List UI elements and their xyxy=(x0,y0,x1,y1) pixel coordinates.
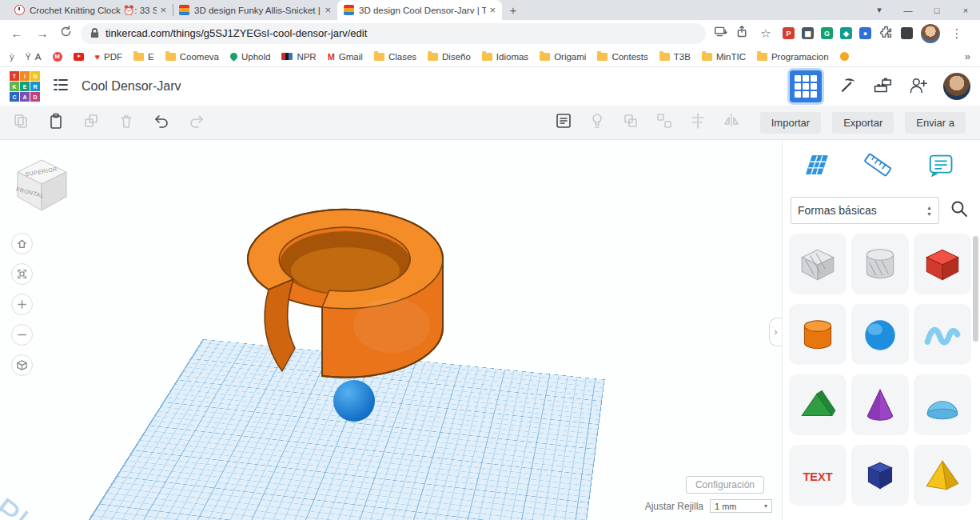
extension-icon[interactable]: P xyxy=(783,27,795,39)
grid-settings-button[interactable]: Configuración xyxy=(686,476,764,494)
toolbar-group-icon[interactable] xyxy=(621,111,640,134)
shape-tile-caja-hueca[interactable] xyxy=(789,234,847,294)
ruler-tool-icon[interactable] xyxy=(862,150,896,186)
tinkercad-logo[interactable]: TINKERCAD xyxy=(10,71,40,102)
tinkercad-profile-avatar[interactable] xyxy=(943,73,970,100)
bookmarks-overflow-chevron[interactable]: » xyxy=(965,50,970,62)
notes-tool-icon[interactable] xyxy=(926,150,959,186)
model-sphere[interactable] xyxy=(333,380,375,422)
toolbar-align-icon[interactable] xyxy=(688,111,707,134)
panel-collapse-handle[interactable]: › xyxy=(769,318,782,346)
shape-tile-caja[interactable] xyxy=(914,234,971,294)
toolbar-button-exportar[interactable]: Exportar xyxy=(832,112,894,134)
close-button[interactable]: × xyxy=(951,6,980,15)
snap-grid-select[interactable]: 1 mm ▾ xyxy=(710,499,772,513)
bookmark-item[interactable]: Programacion xyxy=(757,52,829,62)
shape-tile-techo[interactable] xyxy=(789,374,847,435)
view-cube[interactable]: SUPERIOR FRONTAL xyxy=(8,150,78,220)
browser-tab[interactable]: 3D design Cool Densor-Jarv | Tin× xyxy=(337,0,502,20)
perspective-toggle-button[interactable] xyxy=(11,354,33,376)
puzzle-extensions-icon[interactable] xyxy=(879,25,893,42)
bookmark-item[interactable]: ♥PDF xyxy=(95,52,123,62)
bookmark-item[interactable]: ỳ xyxy=(10,52,14,62)
address-bar[interactable]: tinkercad.com/things/g5SJ1ZYEGsI-cool-de… xyxy=(81,23,706,44)
shape-tile-cono[interactable] xyxy=(851,374,909,435)
toolbar-button-enviar-a[interactable]: Enviar a xyxy=(905,112,966,134)
browser-tab[interactable]: 3D design Funky Allis-Snicket | T× xyxy=(173,0,337,20)
zoom-out-button[interactable] xyxy=(11,324,33,346)
browser-tab[interactable]: Crochet Knitting Clock ⏰: 33 St× xyxy=(8,0,173,20)
extension-icon[interactable]: ● xyxy=(859,27,871,39)
tab-close-icon[interactable]: × xyxy=(325,4,331,16)
design-title[interactable]: Cool Densor-Jarv xyxy=(82,79,181,94)
toolbar-bulb-icon[interactable] xyxy=(588,111,607,134)
tab-close-icon[interactable]: × xyxy=(489,4,496,16)
back-button[interactable]: ← xyxy=(8,26,26,40)
shape-tile-piramide[interactable] xyxy=(914,445,971,506)
shape-tile-esfera[interactable] xyxy=(851,304,909,365)
bookmark-item[interactable] xyxy=(74,53,84,61)
minecraft-pickaxe-icon[interactable] xyxy=(838,75,857,98)
dashboard-grid-button[interactable] xyxy=(790,70,822,102)
forward-button[interactable]: → xyxy=(34,26,51,40)
home-view-button[interactable] xyxy=(11,233,33,254)
toolbar-ungroup-icon[interactable] xyxy=(655,111,674,134)
bookmark-item[interactable]: Contests xyxy=(597,52,647,62)
zoom-in-button[interactable] xyxy=(11,294,33,315)
toolbar-undo-icon[interactable] xyxy=(152,111,171,134)
shape-tile-texto[interactable]: TEXT xyxy=(789,445,847,506)
toolbar-notes-icon[interactable] xyxy=(554,111,573,134)
shape-tile-cilindro[interactable] xyxy=(789,304,847,365)
toolbar-copy-icon[interactable] xyxy=(11,111,30,134)
extension-icon[interactable]: ▦ xyxy=(802,27,814,39)
bookmark-item[interactable]: Uphold xyxy=(230,52,270,62)
extension-icon[interactable]: ◆ xyxy=(840,27,852,39)
toolbar-duplicate-icon[interactable] xyxy=(82,111,101,134)
toolbar-redo-icon[interactable] xyxy=(187,111,206,134)
bookmark-item[interactable]: Clases xyxy=(374,52,416,62)
bookmark-item[interactable]: Coomeva xyxy=(165,52,219,62)
maximize-button[interactable]: □ xyxy=(922,6,951,15)
bricks-icon[interactable] xyxy=(873,75,892,98)
workplane-tool-icon[interactable] xyxy=(799,150,832,186)
browser-profile-avatar[interactable] xyxy=(921,24,940,43)
browser-menu-icon[interactable]: ⋮ xyxy=(948,26,966,41)
bookmark-item[interactable]: NPR xyxy=(281,52,316,62)
extension-icon[interactable]: G xyxy=(821,27,833,39)
design-menu-icon[interactable] xyxy=(51,75,70,98)
3d-canvas[interactable]: Plano de trabajo SUPERIOR FRONTAL xyxy=(0,140,782,520)
bookmark-item[interactable]: Idiomas xyxy=(482,52,528,62)
send-to-device-icon[interactable] xyxy=(714,25,727,42)
shape-tile-scribble[interactable] xyxy=(914,304,971,365)
share-icon[interactable] xyxy=(735,25,749,42)
bookmark-item[interactable]: Diseño xyxy=(428,52,471,62)
shape-tile-cilindro-hueco[interactable] xyxy=(851,234,909,294)
bookmark-item[interactable]: M xyxy=(53,52,62,62)
toolbar-button-importar[interactable]: Importar xyxy=(760,112,821,134)
bookmark-item[interactable] xyxy=(840,52,849,61)
toolbar-delete-icon[interactable] xyxy=(117,111,136,134)
bookmark-item[interactable]: Origami xyxy=(540,52,586,62)
bookmark-item[interactable]: ÝA xyxy=(26,52,42,62)
shape-tile-media-esfera[interactable] xyxy=(914,374,971,435)
tab-search-chevron-icon[interactable]: ▾ xyxy=(865,5,894,15)
tab-close-icon[interactable]: × xyxy=(160,4,166,16)
toolbar-paste-icon[interactable] xyxy=(46,111,66,134)
reload-button[interactable] xyxy=(59,25,73,42)
bookmark-star-icon[interactable]: ☆ xyxy=(757,26,775,41)
add-person-icon[interactable] xyxy=(908,75,927,98)
panel-scrollbar[interactable] xyxy=(973,236,978,342)
minimize-button[interactable]: — xyxy=(894,6,922,15)
search-shapes-icon[interactable] xyxy=(950,199,969,222)
bookmark-item[interactable]: T3B xyxy=(659,52,691,62)
bookmark-item[interactable]: MGmail xyxy=(328,52,363,62)
shape-category-dropdown[interactable]: Formas básicas ▲▼ xyxy=(791,197,939,224)
bookmark-item[interactable]: MinTIC xyxy=(702,52,746,62)
bookmark-item[interactable]: E xyxy=(133,52,154,62)
shape-tile-poligono[interactable] xyxy=(851,445,909,506)
model-cuff[interactable] xyxy=(244,186,448,386)
dark-extension-icon[interactable] xyxy=(901,27,913,39)
fit-view-button[interactable] xyxy=(11,263,33,285)
toolbar-mirror-icon[interactable] xyxy=(722,111,741,134)
new-tab-button[interactable]: + xyxy=(502,0,524,20)
